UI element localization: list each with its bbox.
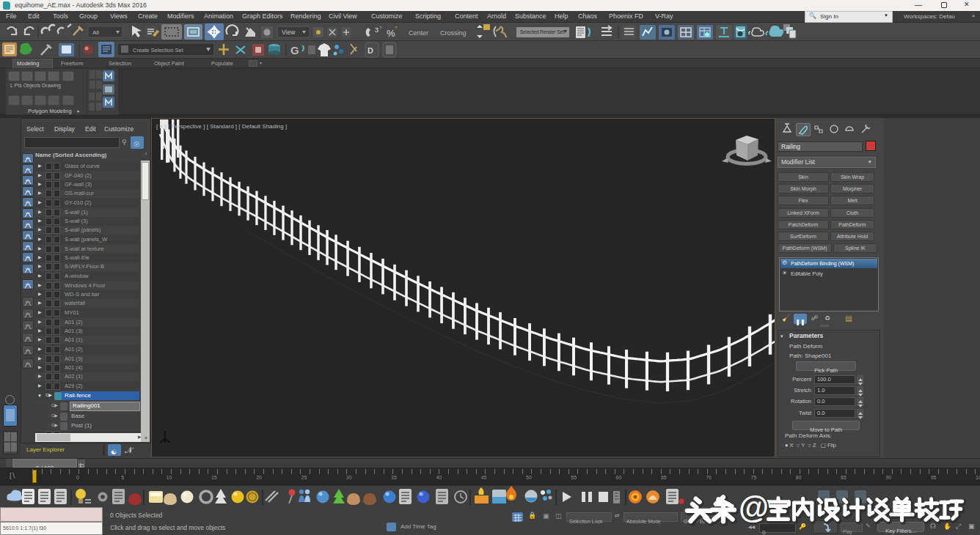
svg-text:Center: Center: [409, 29, 428, 37]
svg-text:Crossing: Crossing: [440, 29, 467, 37]
svg-text:Selected Render Set: Selected Render Set: [520, 29, 564, 34]
svg-text:@: @: [739, 492, 769, 525]
svg-text:?: ?: [395, 26, 398, 30]
svg-text:View: View: [282, 29, 296, 36]
svg-text:G: G: [290, 44, 299, 56]
svg-text:D: D: [368, 46, 373, 55]
svg-text:?: ?: [379, 26, 382, 30]
svg-text:3: 3: [375, 26, 379, 34]
svg-text:Create Selection Set: Create Selection Set: [133, 47, 184, 54]
svg-text:All: All: [92, 29, 99, 36]
